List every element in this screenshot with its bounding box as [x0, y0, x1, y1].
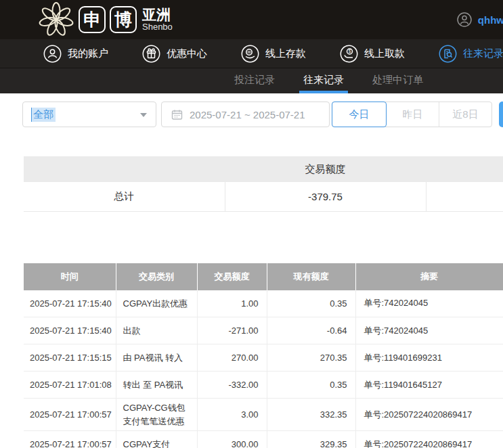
cell-summary: 单号:742024045 [355, 317, 503, 344]
cell-type: 由 PA视讯 转入 [116, 344, 197, 372]
gift-icon [142, 45, 160, 63]
record-tabs: 投注记录 往来记录 处理中订单 [0, 68, 503, 93]
chevron-down-icon [140, 113, 147, 117]
summary-empty-cell [426, 182, 503, 211]
transactions-table: 时间 交易类别 交易额度 现有额度 摘要 2025-07-21 17:15:40… [24, 263, 503, 448]
table-row: 2025-07-21 17:15:40 CGPAY出款优惠 1.00 0.35 … [24, 290, 503, 317]
nav-item-withdraw[interactable]: $ 线上取款 [340, 45, 405, 63]
table-row: 2025-07-21 17:00:57 CGPAY-CG钱包支付笔笔送优惠 3.… [24, 399, 503, 431]
logo-region-text: 亚洲 [142, 7, 173, 22]
cell-type: 转出 至 PA视讯 [116, 372, 197, 399]
cell-summary: 单号:119401645127 [355, 372, 503, 399]
filter-row: 全部 2025-07-21 ~ 2025-07-21 今日 昨日 近8日 [22, 102, 503, 127]
table-row: 2025-07-21 17:00:57 CGPAY支付 300.00 329.3… [24, 431, 503, 448]
cell-time: 2025-07-21 17:01:08 [24, 372, 116, 399]
logo-char-bo: 博 [110, 6, 137, 33]
summary-header-empty [426, 156, 503, 182]
table-row: 2025-07-21 17:15:15 由 PA视讯 转入 270.00 270… [24, 344, 503, 372]
cell-amount: 1.00 [197, 290, 267, 317]
cell-time: 2025-07-21 17:15:40 [24, 317, 116, 344]
last-8-days-button[interactable]: 近8日 [439, 102, 491, 127]
tab-processing-orders[interactable]: 处理中订单 [368, 68, 427, 93]
tab-transaction-records[interactable]: 往来记录 [299, 68, 348, 93]
table-row: 2025-07-21 17:01:08 转出 至 PA视讯 -332.00 0.… [24, 372, 503, 399]
flower-logo-icon [38, 1, 74, 38]
nav-label: 优惠中心 [167, 47, 207, 60]
date-range-value: 2025-07-21 ~ 2025-07-21 [190, 109, 305, 120]
date-range-input[interactable]: 2025-07-21 ~ 2025-07-21 [161, 102, 330, 127]
cell-balance: 0.35 [267, 372, 355, 399]
avatar-icon [456, 12, 473, 28]
summary-table: 交易额度 总计 -379.75 [24, 156, 503, 212]
cell-type: 出款 [116, 317, 197, 344]
nav-item-my-account[interactable]: 我的账户 [43, 45, 108, 63]
cell-amount: 3.00 [197, 399, 267, 431]
cell-balance: 332.35 [267, 399, 355, 431]
table-row: 2025-07-21 17:15:40 出款 -271.00 -0.64 单号:… [24, 317, 503, 344]
cell-amount: 270.00 [197, 344, 267, 372]
summary-header-empty [24, 156, 225, 182]
username-text[interactable]: qhhw [478, 14, 503, 26]
main-nav: 我的账户 优惠中心 线上存款 $ [0, 39, 503, 68]
cell-time: 2025-07-21 17:15:15 [24, 344, 116, 372]
cell-time: 2025-07-21 17:15:40 [24, 290, 116, 317]
nav-label: 线上存款 [265, 47, 306, 60]
cell-balance: -0.64 [267, 317, 355, 344]
nav-label: 往来记录 [463, 47, 503, 60]
transaction-type-select[interactable]: 全部 [22, 102, 156, 127]
nav-item-deposit[interactable]: 线上存款 [241, 45, 306, 63]
col-header-type: 交易类别 [116, 263, 197, 290]
cell-time: 2025-07-21 17:00:57 [24, 431, 116, 448]
col-header-summary: 摘要 [355, 263, 503, 290]
calendar-icon [171, 109, 183, 120]
user-circle-icon [43, 45, 62, 63]
cell-balance: 329.35 [267, 431, 355, 448]
col-header-amount: 交易额度 [197, 263, 267, 290]
cell-type: CGPAY-CG钱包支付笔笔送优惠 [116, 399, 197, 431]
deposit-coin-icon [241, 45, 259, 63]
cell-balance: 0.35 [267, 290, 355, 317]
logo-char-shen: 申 [79, 6, 106, 33]
summary-total-row: 总计 -379.75 [24, 182, 503, 211]
yesterday-button[interactable]: 昨日 [387, 102, 439, 127]
records-search-icon [439, 45, 457, 63]
cell-summary: 单号:742024045 [355, 290, 503, 317]
summary-header-row: 交易额度 [24, 156, 503, 182]
search-button[interactable] [499, 102, 503, 127]
quick-date-buttons: 今日 昨日 近8日 [332, 102, 492, 127]
tab-betting-records[interactable]: 投注记录 [230, 68, 279, 93]
cell-type: CGPAY出款优惠 [116, 290, 197, 317]
cell-summary: 单号:119401699231 [355, 344, 503, 372]
col-header-balance: 现有额度 [267, 263, 355, 290]
withdraw-hand-icon: $ [340, 45, 358, 63]
cell-summary: 单号:202507224020869417 [355, 399, 503, 431]
summary-header-amount: 交易额度 [225, 156, 426, 182]
selected-type-value: 全部 [31, 108, 56, 122]
nav-label: 线上取款 [364, 47, 405, 60]
summary-total-label: 总计 [24, 182, 225, 211]
cell-amount: -332.00 [197, 372, 267, 399]
cell-balance: 270.35 [267, 344, 355, 372]
cell-time: 2025-07-21 17:00:57 [24, 399, 116, 431]
svg-text:$: $ [349, 49, 351, 53]
logo-wordmark: 亚洲 Shenbo [142, 7, 173, 32]
table-header-row: 时间 交易类别 交易额度 现有额度 摘要 [24, 263, 503, 290]
cell-summary: 单号:202507224020869417 [355, 431, 503, 448]
nav-label: 我的账户 [68, 47, 108, 60]
nav-item-transactions[interactable]: 往来记录 [439, 45, 503, 63]
cell-amount: -271.00 [197, 317, 267, 344]
logo-sub-text: Shenbo [142, 22, 173, 32]
cell-type: CGPAY支付 [116, 431, 197, 448]
today-button[interactable]: 今日 [332, 102, 387, 127]
user-account[interactable]: qhhw [456, 0, 503, 39]
nav-item-promotions[interactable]: 优惠中心 [142, 45, 207, 63]
summary-total-value: -379.75 [225, 182, 426, 211]
topbar: 申 博 亚洲 Shenbo qhhw [0, 0, 503, 39]
col-header-time: 时间 [24, 263, 116, 290]
cell-amount: 300.00 [197, 431, 267, 448]
